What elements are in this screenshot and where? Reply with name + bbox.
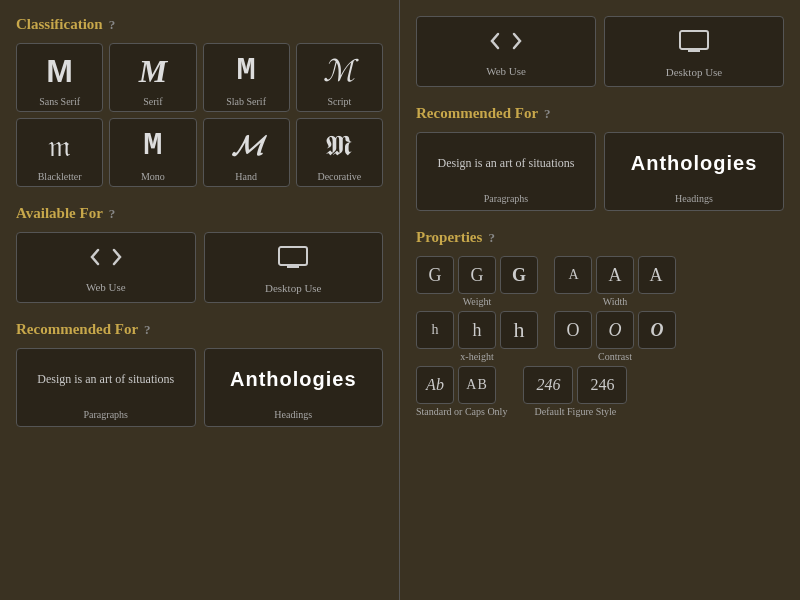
recommended-for-section-right: Recommended For ? Design is an art of si… <box>416 105 784 211</box>
classification-title: Classification ? <box>16 16 383 33</box>
contrast-label: Contrast <box>554 351 676 362</box>
width-narrow[interactable]: A <box>554 256 592 294</box>
available-for-title-left: Available For ? <box>16 205 383 222</box>
desktop-use-icon-left <box>277 245 309 276</box>
class-item-slab-serif[interactable]: M Slab Serif <box>203 43 290 112</box>
class-item-script[interactable]: ℳ Script <box>296 43 383 112</box>
slab-serif-label: Slab Serif <box>226 96 266 107</box>
properties-help[interactable]: ? <box>488 230 495 246</box>
mono-label: Mono <box>141 171 165 182</box>
paragraphs-label-right: Paragraphs <box>484 193 528 210</box>
paragraphs-text-left: Design is an art of situations <box>37 372 174 387</box>
recommended-for-help-left[interactable]: ? <box>144 322 151 338</box>
caps-AB[interactable]: AB <box>458 366 496 404</box>
xheight-large[interactable]: h <box>500 311 538 349</box>
decorative-label: Decorative <box>317 171 361 182</box>
figure-items: 246 246 <box>523 366 627 404</box>
desktop-use-right[interactable]: Desktop Use <box>604 16 784 87</box>
rec-headings-text-right: Anthologies <box>605 133 783 193</box>
available-for-section-right: Web Use Desktop Use <box>416 16 784 87</box>
rec-paragraphs-left[interactable]: Design is an art of situations Paragraph… <box>16 348 196 427</box>
classification-section: Classification ? M Sans Serif M Serif M … <box>16 16 383 187</box>
classification-grid: M Sans Serif M Serif M Slab Serif ℳ Scri… <box>16 43 383 187</box>
figure-label: Default Figure Style <box>523 406 627 417</box>
recommended-for-grid-left: Design is an art of situations Paragraph… <box>16 348 383 427</box>
decorative-letter: 𝕸 <box>326 125 352 167</box>
web-use-label-left: Web Use <box>86 281 126 293</box>
width-label: Width <box>554 296 676 307</box>
contrast-low[interactable]: O <box>596 311 634 349</box>
xheight-group: h h h x-height <box>416 311 538 362</box>
paragraphs-label-left: Paragraphs <box>84 409 128 426</box>
figure-val-1[interactable]: 246 <box>523 366 573 404</box>
xheight-contrast-row: h h h x-height O O O Contrast <box>416 311 784 362</box>
web-use-right[interactable]: Web Use <box>416 16 596 87</box>
weight-width-row: G G G Weight A A A Width <box>416 256 784 307</box>
sans-serif-label: Sans Serif <box>39 96 80 107</box>
class-item-decorative[interactable]: 𝕸 Decorative <box>296 118 383 187</box>
left-panel: Classification ? M Sans Serif M Serif M … <box>0 0 400 600</box>
right-panel: Web Use Desktop Use Recommended For ? <box>400 0 800 600</box>
weight-light[interactable]: G <box>416 256 454 294</box>
class-item-blackletter[interactable]: 𝔪 Blackletter <box>16 118 103 187</box>
class-item-sans-serif[interactable]: M Sans Serif <box>16 43 103 112</box>
caps-ab[interactable]: Ab <box>416 366 454 404</box>
web-use-icon-right <box>490 29 522 59</box>
properties-section: Properties ? G G G Weight A A A Width <box>416 229 784 417</box>
class-item-mono[interactable]: M Mono <box>109 118 196 187</box>
contrast-none[interactable]: O <box>554 311 592 349</box>
desktop-use-icon-right <box>678 29 710 60</box>
recommended-for-label-right: Recommended For <box>416 105 538 122</box>
classification-help[interactable]: ? <box>109 17 116 33</box>
caps-group: Ab AB Standard or Caps Only <box>416 366 507 417</box>
available-for-label-left: Available For <box>16 205 103 222</box>
web-use-left[interactable]: Web Use <box>16 232 196 303</box>
xheight-medium[interactable]: h <box>458 311 496 349</box>
figure-val-2[interactable]: 246 <box>577 366 627 404</box>
desktop-use-left[interactable]: Desktop Use <box>204 232 384 303</box>
desktop-use-label-left: Desktop Use <box>265 282 322 294</box>
svg-rect-0 <box>279 247 307 265</box>
caps-items: Ab AB <box>416 366 507 404</box>
hand-label: Hand <box>235 171 257 182</box>
recommended-for-help-right[interactable]: ? <box>544 106 551 122</box>
rec-headings-left[interactable]: Anthologies Headings <box>204 348 384 427</box>
rec-paragraphs-right[interactable]: Design is an art of situations Paragraph… <box>416 132 596 211</box>
available-for-help-left[interactable]: ? <box>109 206 116 222</box>
sans-serif-letter: M <box>46 50 73 92</box>
width-normal[interactable]: A <box>596 256 634 294</box>
rec-headings-right[interactable]: Anthologies Headings <box>604 132 784 211</box>
script-label: Script <box>327 96 351 107</box>
contrast-items: O O O <box>554 311 676 349</box>
headings-text-left: Anthologies <box>230 368 357 391</box>
blackletter-letter: 𝔪 <box>48 125 71 167</box>
weight-regular[interactable]: G <box>458 256 496 294</box>
properties-label: Properties <box>416 229 482 246</box>
figure-group: 246 246 Default Figure Style <box>523 366 627 417</box>
headings-label-left: Headings <box>274 409 312 426</box>
paragraphs-text-right: Design is an art of situations <box>438 156 575 171</box>
caps-figure-row: Ab AB Standard or Caps Only 246 246 Defa… <box>416 366 784 417</box>
class-item-serif[interactable]: M Serif <box>109 43 196 112</box>
width-wide[interactable]: A <box>638 256 676 294</box>
desktop-use-label-right: Desktop Use <box>666 66 723 78</box>
weight-group: G G G Weight <box>416 256 538 307</box>
contrast-high[interactable]: O <box>638 311 676 349</box>
xheight-label: x-height <box>416 351 538 362</box>
recommended-for-title-right: Recommended For ? <box>416 105 784 122</box>
recommended-for-section-left: Recommended For ? Design is an art of si… <box>16 321 383 427</box>
width-items: A A A <box>554 256 676 294</box>
svg-rect-3 <box>680 31 708 49</box>
blackletter-label: Blackletter <box>38 171 82 182</box>
weight-bold[interactable]: G <box>500 256 538 294</box>
available-for-grid-right: Web Use Desktop Use <box>416 16 784 87</box>
headings-text-right: Anthologies <box>631 152 758 175</box>
weight-items: G G G <box>416 256 538 294</box>
class-item-hand[interactable]: 𝓜 Hand <box>203 118 290 187</box>
serif-label: Serif <box>143 96 162 107</box>
script-letter: ℳ <box>323 50 355 92</box>
recommended-for-label-left: Recommended For <box>16 321 138 338</box>
rec-paragraphs-text-left: Design is an art of situations <box>17 349 195 409</box>
xheight-small[interactable]: h <box>416 311 454 349</box>
hand-letter: 𝓜 <box>232 125 261 167</box>
